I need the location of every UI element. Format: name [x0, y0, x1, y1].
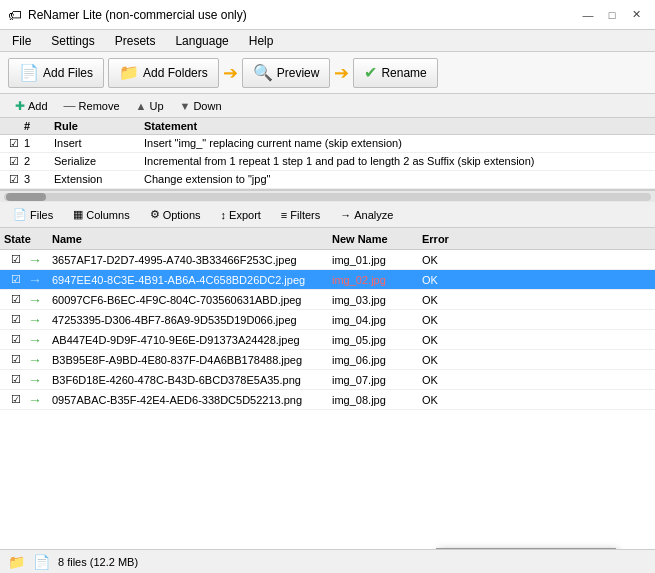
file-row-6[interactable]: ☑ → B3B95E8F-A9BD-4E80-837F-D4A6BB178488…: [0, 350, 655, 370]
up-icon: ▲: [136, 100, 147, 112]
add-files-button[interactable]: 📄 Add Files: [8, 58, 104, 88]
file-error-1: OK: [422, 254, 472, 266]
rule-stmt-1: Insert "img_" replacing current name (sk…: [144, 137, 651, 150]
add-folders-button[interactable]: 📁 Add Folders: [108, 58, 219, 88]
file-row-1[interactable]: ☑ → 3657AF17-D2D7-4995-A740-3B33466F253C…: [0, 250, 655, 270]
add-folders-icon: 📁: [119, 63, 139, 82]
file-error-6: OK: [422, 354, 472, 366]
remove-rule-button[interactable]: — Remove: [57, 96, 127, 116]
menu-presets[interactable]: Presets: [111, 33, 160, 49]
rule-checkbox-1[interactable]: ☑: [4, 137, 24, 150]
rules-row[interactable]: ☑ 3 Extension Change extension to "jpg": [0, 171, 655, 189]
tab-columns[interactable]: ▦ Columns: [64, 205, 138, 225]
up-label: Up: [149, 100, 163, 112]
status-bar: 📁 📄 8 files (12.2 MB): [0, 549, 655, 573]
file-new-name-8: img_08.jpg: [332, 394, 422, 406]
rule-name-1: Insert: [54, 137, 144, 150]
col-new-name: New Name: [332, 233, 422, 245]
add-rule-button[interactable]: ✚ Add: [8, 96, 55, 116]
file-arrow-1: →: [28, 252, 52, 268]
rule-name-3: Extension: [54, 173, 144, 186]
rules-sub-toolbar: ✚ Add — Remove ▲ Up ▼ Down: [0, 94, 655, 118]
rule-checkbox-2[interactable]: ☑: [4, 155, 24, 168]
menu-help[interactable]: Help: [245, 33, 278, 49]
preview-button[interactable]: 🔍 Preview: [242, 58, 331, 88]
file-new-name-1: img_01.jpg: [332, 254, 422, 266]
file-row-3[interactable]: ☑ → 60097CF6-B6EC-4F9C-804C-703560631ABD…: [0, 290, 655, 310]
file-new-name-7: img_07.jpg: [332, 374, 422, 386]
tab-files[interactable]: 📄 Files: [4, 205, 62, 225]
file-new-name-4: img_04.jpg: [332, 314, 422, 326]
col-state: State: [4, 233, 28, 245]
tab-analyze[interactable]: → Analyze: [331, 205, 402, 225]
rule-num-1: 1: [24, 137, 54, 150]
rename-button[interactable]: ✔ Rename: [353, 58, 437, 88]
file-check-8[interactable]: ☑: [4, 393, 28, 406]
close-button[interactable]: ✕: [625, 6, 647, 24]
remove-icon: —: [64, 99, 76, 113]
file-arrow-2: →: [28, 272, 52, 288]
menu-language[interactable]: Language: [171, 33, 232, 49]
app-title: ReNamer Lite (non-commercial use only): [28, 8, 247, 22]
tab-options-label: Options: [163, 209, 201, 221]
add-label: Add: [28, 100, 48, 112]
menu-settings[interactable]: Settings: [47, 33, 98, 49]
tab-filters[interactable]: ≡ Filters: [272, 205, 329, 225]
file-error-4: OK: [422, 314, 472, 326]
rules-table: # Rule Statement ☑ 1 Insert Insert "img_…: [0, 118, 655, 190]
menu-file[interactable]: File: [8, 33, 35, 49]
add-icon: ✚: [15, 99, 25, 113]
tab-options[interactable]: ⚙ Options: [141, 205, 210, 225]
tab-export[interactable]: ↕ Export: [212, 205, 270, 225]
file-row-7[interactable]: ☑ → B3F6D18E-4260-478C-B43D-6BCD378E5A35…: [0, 370, 655, 390]
col-error: Error: [422, 233, 472, 245]
file-error-5: OK: [422, 334, 472, 346]
scrollbar-thumb: [6, 193, 46, 201]
file-new-name-6: img_06.jpg: [332, 354, 422, 366]
file-status-icon: 📄: [33, 554, 50, 570]
add-folders-label: Add Folders: [143, 66, 208, 80]
file-new-name-3: img_03.jpg: [332, 294, 422, 306]
file-arrow-8: →: [28, 392, 52, 408]
minimize-button[interactable]: —: [577, 6, 599, 24]
tab-filters-label: Filters: [290, 209, 320, 221]
context-menu: 📊 Analyze Name 📝 Edit New Name F2 Shell …: [436, 548, 616, 549]
file-check-4[interactable]: ☑: [4, 313, 28, 326]
file-name-6: B3B95E8F-A9BD-4E80-837F-D4A6BB178488.jpe…: [52, 354, 332, 366]
rules-col-statement: Statement: [144, 120, 651, 132]
rules-row[interactable]: ☑ 2 Serialize Incremental from 1 repeat …: [0, 153, 655, 171]
toolbar: 📄 Add Files 📁 Add Folders ➔ 🔍 Preview ➔ …: [0, 52, 655, 94]
file-check-6[interactable]: ☑: [4, 353, 28, 366]
tabs-bar: 📄 Files ▦ Columns ⚙ Options ↕ Export ≡ F…: [0, 202, 655, 228]
file-row-2[interactable]: ☑ → 6947EE40-8C3E-4B91-AB6A-4C658BD26DC2…: [0, 270, 655, 290]
filters-icon: ≡: [281, 209, 287, 221]
down-rule-button[interactable]: ▼ Down: [173, 96, 229, 116]
folder-status-icon: 📁: [8, 554, 25, 570]
file-check-1[interactable]: ☑: [4, 253, 28, 266]
rules-scrollbar[interactable]: [0, 190, 655, 202]
file-row-5[interactable]: ☑ → AB447E4D-9D9F-4710-9E6E-D91373A24428…: [0, 330, 655, 350]
file-check-3[interactable]: ☑: [4, 293, 28, 306]
up-rule-button[interactable]: ▲ Up: [129, 96, 171, 116]
file-new-name-5: img_05.jpg: [332, 334, 422, 346]
file-check-5[interactable]: ☑: [4, 333, 28, 346]
file-error-7: OK: [422, 374, 472, 386]
menu-bar: File Settings Presets Language Help: [0, 30, 655, 52]
rules-row[interactable]: ☑ 1 Insert Insert "img_" replacing curre…: [0, 135, 655, 153]
files-header: State Name New Name Error: [0, 228, 655, 250]
file-check-7[interactable]: ☑: [4, 373, 28, 386]
file-row-4[interactable]: ☑ → 47253395-D306-4BF7-86A9-9D535D19D066…: [0, 310, 655, 330]
tab-analyze-label: Analyze: [354, 209, 393, 221]
rule-checkbox-3[interactable]: ☑: [4, 173, 24, 186]
rule-stmt-2: Incremental from 1 repeat 1 step 1 and p…: [144, 155, 651, 168]
rule-name-2: Serialize: [54, 155, 144, 168]
tab-export-label: Export: [229, 209, 261, 221]
tab-columns-label: Columns: [86, 209, 129, 221]
rename-label: Rename: [381, 66, 426, 80]
maximize-button[interactable]: □: [601, 6, 623, 24]
rules-col-check: [4, 120, 24, 132]
app-icon: 🏷: [8, 7, 22, 23]
file-check-2[interactable]: ☑: [4, 273, 28, 286]
file-row-8[interactable]: ☑ → 0957ABAC-B35F-42E4-AED6-338DC5D52213…: [0, 390, 655, 410]
rules-col-rule: Rule: [54, 120, 144, 132]
